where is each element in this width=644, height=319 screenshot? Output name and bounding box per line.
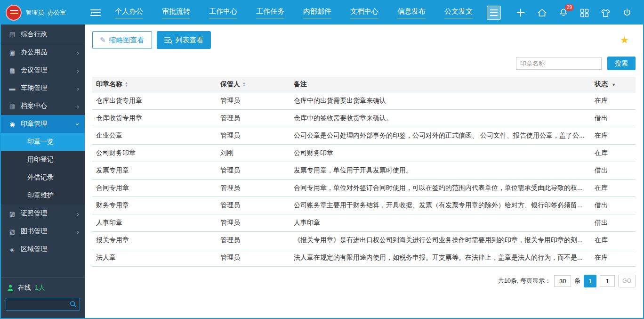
table-row[interactable]: 发票专用章管理员发票专用章，单位用于开具发票时使用。借出: [92, 162, 636, 179]
status-cell: 在库: [591, 92, 636, 109]
nav-item-work-center[interactable]: 工作中心: [200, 7, 247, 18]
sidebar-item-label: 车辆管理: [21, 84, 72, 92]
column-header-keeper[interactable]: 保管人▲▼: [217, 77, 290, 92]
seal-name-cell: 发票专用章: [92, 162, 217, 179]
search-row: 搜索: [85, 53, 643, 77]
chevron-right-icon: ›: [77, 210, 79, 217]
list-view-button[interactable]: 列表查看: [157, 31, 211, 49]
sidebar-subitem-seal-maintenance[interactable]: 印章维护: [1, 187, 85, 204]
column-header-status[interactable]: 状态▼: [591, 77, 636, 92]
nav-item-label: 公文发文: [444, 7, 473, 18]
remark-cell: 合同专用章，单位对外签订合同时使用，可以在签约的范围内代表单位，单位需承受由此导…: [290, 179, 591, 196]
topbar-icons: 29: [516, 8, 643, 17]
online-user-icon: [7, 284, 14, 292]
status-cell: 在库: [591, 179, 636, 196]
keeper-cell: 管理员: [217, 231, 290, 249]
table-row[interactable]: 公司财务印章刘刚公司财务印章在库: [92, 144, 636, 162]
sidebar-item-archive-center[interactable]: ▥档案中心›: [1, 97, 85, 115]
layers-icon: ▤: [8, 31, 16, 38]
notifications-bell-icon[interactable]: 29: [559, 8, 568, 17]
pagination-unit: 条: [574, 277, 580, 285]
table-row[interactable]: 企业公章管理员公司公章是公司处理内外部事务的印鉴，公司对外的正式信函、 公司文件…: [92, 127, 636, 144]
nav-item-document-center[interactable]: 文档中心: [341, 7, 388, 18]
sidebar-search-input[interactable]: [6, 298, 80, 311]
view-toolbar: ✎ 缩略图查看 列表查看 ★: [85, 25, 643, 53]
theme-shirt-icon[interactable]: [601, 8, 611, 17]
nav-item-work-tasks[interactable]: 工作任务: [247, 7, 294, 18]
nav-item-personal-office[interactable]: 个人办公: [105, 7, 153, 18]
seal-name-search-input[interactable]: [516, 57, 602, 70]
remark-cell: 人事印章: [290, 214, 591, 231]
sidebar-item-label: 会议管理: [21, 66, 72, 74]
sidebar-item-region-management[interactable]: ◈区域管理: [1, 240, 85, 258]
sidebar-item-comprehensive-admin[interactable]: ▤综合行政: [1, 25, 85, 43]
seal-table: 印章名称▲▼ 保管人▲▼ 备注 状态▼ 仓库出货专用章管理员仓库中的出货需要出: [92, 77, 636, 267]
nav-item-info-publish[interactable]: 信息发布: [388, 7, 435, 18]
favorite-star-icon[interactable]: ★: [620, 34, 636, 46]
apps-grid-icon[interactable]: [580, 8, 589, 17]
status-filter-caret-icon[interactable]: ▼: [612, 82, 616, 87]
sidebar-item-license-management[interactable]: ▨证照管理›: [1, 204, 85, 222]
more-menus-button[interactable]: [487, 6, 501, 20]
status-cell: 在库: [591, 127, 636, 144]
remark-cell: 公司账务章主要用于财务结算，开具收据、发票（有发票专用章的除外）给对方、银行印签…: [290, 196, 591, 214]
sidebar-item-meeting-management[interactable]: ▦会议管理›: [1, 61, 85, 79]
nav-item-official-dispatch[interactable]: 公文发文: [435, 7, 482, 18]
home-icon[interactable]: [537, 8, 547, 17]
sidebar-subitem-label: 用印登记: [27, 155, 54, 164]
thumbnail-icon: ✎: [100, 36, 106, 44]
pagination: 共10条, 每页显示： 条 1 GO: [85, 267, 643, 295]
nav-item-label: 审批流转: [162, 7, 190, 18]
sidebar-subitem-lend-records[interactable]: 外借记录: [1, 169, 85, 187]
sidebar-item-seal-management[interactable]: ◉印章管理›: [1, 115, 85, 133]
nav-item-internal-mail[interactable]: 内部邮件: [294, 7, 341, 18]
sidebar-subitem-seal-list[interactable]: 印章一览: [1, 133, 85, 151]
current-page-button[interactable]: 1: [584, 275, 596, 287]
status-cell: 借出: [591, 109, 636, 127]
table-row[interactable]: 仓库出货专用章管理员仓库中的出货需要出货章来确认在库: [92, 92, 636, 109]
list-search-icon: [164, 36, 172, 44]
remark-cell: 公司财务印章: [290, 144, 591, 162]
table-row[interactable]: 人事印章管理员人事印章借出: [92, 214, 636, 231]
sidebar: ▤综合行政▣办公用品›▦会议管理›▬车辆管理›▥档案中心›◉印章管理›印章一览用…: [1, 25, 85, 318]
power-logout-icon[interactable]: [622, 8, 632, 17]
search-icon[interactable]: [70, 301, 77, 308]
nav-item-label: 个人办公: [115, 7, 143, 18]
remark-cell: 仓库中的出货需要出货章来确认: [290, 92, 591, 109]
sidebar-item-book-management[interactable]: ▧图书管理›: [1, 222, 85, 240]
goto-page-input[interactable]: [600, 275, 615, 287]
thumbnail-view-button[interactable]: ✎ 缩略图查看: [92, 31, 152, 49]
sidebar-item-label: 区域管理: [21, 245, 79, 254]
menu-collapse-icon[interactable]: [90, 9, 101, 16]
search-button[interactable]: 搜索: [607, 57, 636, 70]
chevron-right-icon: ›: [77, 67, 79, 74]
online-count: 1人: [35, 284, 45, 292]
sidebar-item-office-supplies[interactable]: ▣办公用品›: [1, 43, 85, 61]
status-cell: 在库: [591, 144, 636, 162]
supplies-icon: ▣: [8, 49, 16, 56]
sidebar-subitem-seal-register[interactable]: 用印登记: [1, 151, 85, 169]
remark-cell: 《报关专用章》是有进出口权公司到海关进行公司业务操作时需要用到的印章，报关专用印…: [290, 231, 591, 249]
table-row[interactable]: 法人章管理员法人章在规定的有限用途内使用，如税务申报。开支票等。在法律上，盖章是…: [92, 249, 636, 266]
keeper-cell: 管理员: [217, 179, 290, 196]
sidebar-item-vehicle-management[interactable]: ▬车辆管理›: [1, 79, 85, 97]
column-header-seal-name[interactable]: 印章名称▲▼: [92, 77, 217, 92]
table-row[interactable]: 仓库收货专用章管理员仓库中的签收需要收货章来确认。借出: [92, 109, 636, 127]
seal-table-body: 仓库出货专用章管理员仓库中的出货需要出货章来确认在库仓库收货专用章管理员仓库中的…: [92, 92, 636, 266]
table-row[interactable]: 财务专用章管理员公司账务章主要用于财务结算，开具收据、发票（有发票专用章的除外）…: [92, 196, 636, 214]
sidebar-subitem-label: 印章一览: [27, 138, 54, 146]
sidebar-item-label: 综合行政: [21, 30, 79, 39]
go-button[interactable]: GO: [618, 275, 636, 287]
add-icon[interactable]: [516, 8, 525, 17]
logo-icon: [6, 5, 22, 21]
table-row[interactable]: 报关专用章管理员《报关专用章》是有进出口权公司到海关进行公司业务操作时需要用到的…: [92, 231, 636, 249]
nav-item-label: 信息发布: [397, 7, 426, 18]
list-view-label: 列表查看: [176, 36, 204, 45]
page-size-input[interactable]: [554, 275, 571, 287]
chevron-right-icon: ›: [77, 85, 79, 92]
nav-item-approval-flow[interactable]: 审批流转: [153, 7, 200, 18]
thumbnail-view-label: 缩略图查看: [109, 36, 145, 45]
seal-name-cell: 合同专用章: [92, 179, 217, 196]
table-row[interactable]: 合同专用章管理员合同专用章，单位对外签订合同时使用，可以在签约的范围内代表单位，…: [92, 179, 636, 196]
keeper-cell: 管理员: [217, 214, 290, 231]
